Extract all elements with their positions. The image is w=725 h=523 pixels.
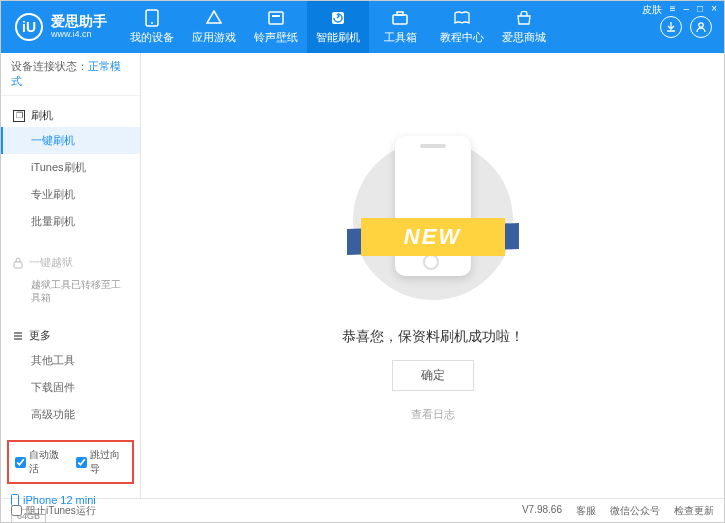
sidebar-group-more[interactable]: 更多 xyxy=(1,324,140,347)
nav-store[interactable]: 爱思商城 xyxy=(493,1,555,53)
logo-icon: iU xyxy=(15,13,43,41)
nav-my-device[interactable]: 我的设备 xyxy=(121,1,183,53)
sidebar-item-pro[interactable]: 专业刷机 xyxy=(1,181,140,208)
app-url: www.i4.cn xyxy=(51,30,107,40)
skip-guide-checkbox[interactable]: 跳过向导 xyxy=(76,448,127,476)
sidebar-item-advanced[interactable]: 高级功能 xyxy=(1,401,140,428)
options-box: 自动激活 跳过向导 xyxy=(7,440,134,484)
toolbox-icon xyxy=(391,9,409,27)
close-button[interactable]: × xyxy=(711,3,717,17)
svg-rect-6 xyxy=(397,12,403,15)
wallpaper-icon xyxy=(267,9,285,27)
menu-button[interactable]: ≡ xyxy=(670,3,676,17)
svg-rect-3 xyxy=(272,15,280,17)
svg-point-1 xyxy=(151,22,153,24)
success-illustration: NEW xyxy=(343,130,523,310)
svg-rect-8 xyxy=(14,262,22,268)
account-button[interactable] xyxy=(690,16,712,38)
logo-area: iU 爱思助手 www.i4.cn xyxy=(1,13,121,41)
jailbreak-note: 越狱工具已转移至工具箱 xyxy=(1,274,140,308)
hamburger-icon xyxy=(13,331,23,341)
sidebar-item-oneclick[interactable]: 一键刷机 xyxy=(1,127,140,154)
auto-activate-checkbox[interactable]: 自动激活 xyxy=(15,448,66,476)
svg-rect-5 xyxy=(393,15,407,24)
sidebar: 设备连接状态：正常模式 ❐ 刷机 一键刷机 iTunes刷机 专业刷机 批量刷机… xyxy=(1,53,141,498)
nav-ringtones[interactable]: 铃声壁纸 xyxy=(245,1,307,53)
svg-rect-2 xyxy=(269,12,283,24)
book-icon xyxy=(453,9,471,27)
update-link[interactable]: 检查更新 xyxy=(674,504,714,518)
nav-flash[interactable]: 智能刷机 xyxy=(307,1,369,53)
new-ribbon: NEW xyxy=(361,218,505,256)
minimize-button[interactable]: – xyxy=(684,3,690,17)
sidebar-group-flash[interactable]: ❐ 刷机 xyxy=(1,104,140,127)
view-log-link[interactable]: 查看日志 xyxy=(411,407,455,422)
lock-icon xyxy=(13,257,23,269)
store-icon xyxy=(515,9,533,27)
nav-apps[interactable]: 应用游戏 xyxy=(183,1,245,53)
ok-button[interactable]: 确定 xyxy=(392,360,474,391)
header: iU 爱思助手 www.i4.cn 我的设备 应用游戏 铃声壁纸 智能刷机 工具… xyxy=(1,1,724,53)
version-label: V7.98.66 xyxy=(522,504,562,518)
phone-icon xyxy=(143,9,161,27)
connection-status: 设备连接状态：正常模式 xyxy=(1,53,140,96)
phone-small-icon: ❐ xyxy=(13,110,25,122)
support-link[interactable]: 客服 xyxy=(576,504,596,518)
apps-icon xyxy=(205,9,223,27)
svg-point-7 xyxy=(699,23,703,27)
sidebar-item-batch[interactable]: 批量刷机 xyxy=(1,208,140,235)
main-nav: 我的设备 应用游戏 铃声壁纸 智能刷机 工具箱 教程中心 爱思商城 xyxy=(121,1,660,53)
success-message: 恭喜您，保资料刷机成功啦！ xyxy=(342,328,524,346)
flash-icon xyxy=(329,9,347,27)
skin-button[interactable]: 皮肤 xyxy=(642,3,662,17)
sidebar-item-itunes[interactable]: iTunes刷机 xyxy=(1,154,140,181)
sidebar-item-firmware[interactable]: 下载固件 xyxy=(1,374,140,401)
wechat-link[interactable]: 微信公众号 xyxy=(610,504,660,518)
download-button[interactable] xyxy=(660,16,682,38)
nav-toolbox[interactable]: 工具箱 xyxy=(369,1,431,53)
maximize-button[interactable]: □ xyxy=(697,3,703,17)
window-controls: 皮肤 ≡ – □ × xyxy=(642,3,717,17)
block-itunes-checkbox[interactable]: 阻止iTunes运行 xyxy=(11,504,96,518)
app-name: 爱思助手 xyxy=(51,14,107,29)
nav-tutorials[interactable]: 教程中心 xyxy=(431,1,493,53)
main-panel: NEW 恭喜您，保资料刷机成功啦！ 确定 查看日志 xyxy=(141,53,724,498)
sidebar-group-jailbreak: 一键越狱 xyxy=(1,251,140,274)
sidebar-item-other[interactable]: 其他工具 xyxy=(1,347,140,374)
